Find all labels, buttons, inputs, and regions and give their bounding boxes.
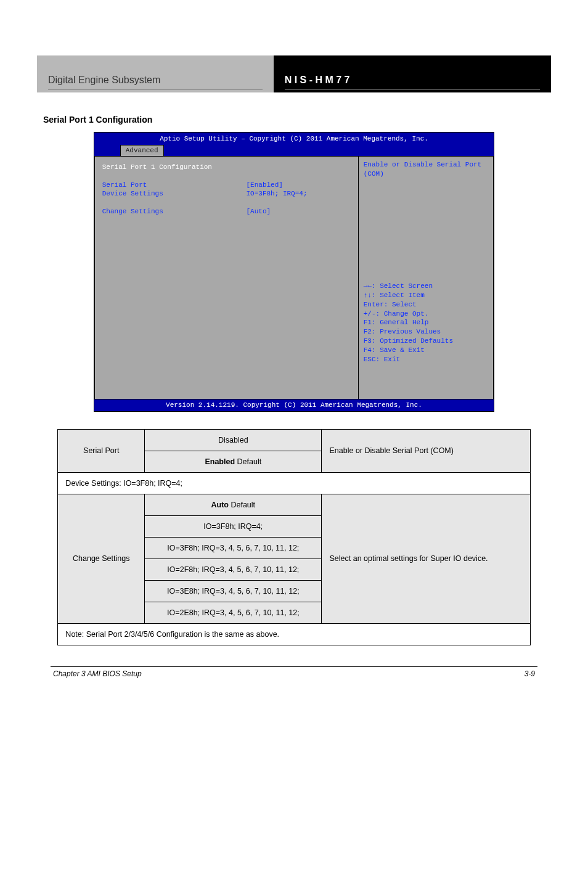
bios-tab-advanced: Advanced — [120, 145, 164, 156]
opt-serial-port-disabled: Disabled — [145, 429, 322, 451]
page-header: Digital Engine Subsystem N I S - H M 7 7 — [37, 55, 551, 92]
bios-help-line: F3: Optimized Defaults — [364, 337, 488, 346]
bios-pane-heading: Serial Port 1 Configuration — [102, 163, 351, 172]
section-title: Serial Port 1 Configuration — [43, 115, 551, 125]
opt-cs-auto-default: Auto Default — [145, 494, 322, 515]
bios-value: IO=3F8h; IRQ=4; — [246, 189, 307, 198]
bios-label: Device Settings — [102, 189, 247, 198]
header-right: N I S - H M 7 7 — [274, 55, 551, 92]
opt-enabled-bold: Enabled — [205, 457, 235, 466]
bios-row-serial-port: Serial Port [Enabled] — [102, 181, 351, 190]
header-right-text: N I S - H M 7 7 — [285, 75, 540, 90]
bios-help-keys: →←: Select Screen ↑↓: Select Item Enter:… — [364, 226, 488, 395]
opt-default-suffix: Default — [237, 457, 262, 466]
bios-title: Aptio Setup Utility – Copyright (C) 2011… — [94, 133, 494, 144]
opt-cs-5: IO=2E8h; IRQ=3, 4, 5, 6, 7, 10, 11, 12; — [145, 602, 322, 623]
header-left-text: Digital Engine Subsystem — [48, 75, 263, 90]
page-footer: Chapter 3 AMI BIOS Setup 3-9 — [37, 667, 551, 678]
opt-change-settings-label: Change Settings — [58, 494, 145, 623]
opt-auto-bold: Auto — [211, 501, 229, 509]
opt-cs-3: IO=2F8h; IRQ=3, 4, 5, 6, 7, 10, 11, 12; — [145, 559, 322, 580]
opt-serial-port-desc: Enable or Disable Serial Port (COM) — [322, 429, 530, 472]
bios-label: Serial Port — [102, 181, 247, 190]
opt-serial-port-label: Serial Port — [58, 429, 145, 472]
footer-right: 3-9 — [525, 669, 535, 678]
bios-help-line: →←: Select Screen — [364, 282, 488, 291]
opt-serial-port-enabled-default: Enabled Default — [145, 451, 322, 472]
opt-cs-1: IO=3F8h; IRQ=4; — [145, 515, 322, 537]
bios-screenshot: Aptio Setup Utility – Copyright (C) 2011… — [94, 132, 495, 412]
opt-cs-2: IO=3F8h; IRQ=3, 4, 5, 6, 7, 10, 11, 12; — [145, 537, 322, 559]
opt-cs-4: IO=3E8h; IRQ=3, 4, 5, 6, 7, 10, 11, 12; — [145, 580, 322, 602]
bios-right-pane: Enable or Disable Serial Port (COM) →←: … — [358, 156, 494, 399]
opt-note: Note: Serial Port 2/3/4/5/6 Configuratio… — [58, 623, 530, 645]
bios-value: [Auto] — [246, 207, 271, 216]
bios-footer: Version 2.14.1219. Copyright (C) 2011 Am… — [94, 399, 494, 411]
bios-row-change-settings: Change Settings [Auto] — [102, 207, 351, 216]
bios-help-line: F1: General Help — [364, 318, 488, 327]
bios-label: Change Settings — [102, 207, 247, 216]
bios-help-line: +/-: Change Opt. — [364, 309, 488, 319]
bios-help-line: F4: Save & Exit — [364, 346, 488, 355]
bios-value: [Enabled] — [246, 181, 282, 190]
opt-default-suffix2: Default — [231, 501, 255, 509]
bios-help-line: ↑↓: Select Item — [364, 291, 488, 300]
opt-device-settings: Device Settings: IO=3F8h; IRQ=4; — [58, 472, 530, 494]
bios-help-line: ESC: Exit — [364, 355, 488, 364]
bios-help-line: Enter: Select — [364, 300, 488, 309]
bios-left-pane: Serial Port 1 Configuration Serial Port … — [94, 156, 358, 399]
opt-cs-desc: Select an optimal settings for Super IO … — [322, 494, 530, 623]
footer-left: Chapter 3 AMI BIOS Setup — [53, 669, 142, 678]
bios-tab-row: Advanced — [94, 144, 494, 156]
bios-help-description: Enable or Disable Serial Port (COM) — [364, 160, 488, 179]
header-left: Digital Engine Subsystem — [37, 55, 274, 92]
bios-help-line: F2: Previous Values — [364, 327, 488, 337]
options-table: Serial Port Disabled Enable or Disable S… — [57, 429, 530, 645]
bios-row-device-settings: Device Settings IO=3F8h; IRQ=4; — [102, 189, 351, 198]
